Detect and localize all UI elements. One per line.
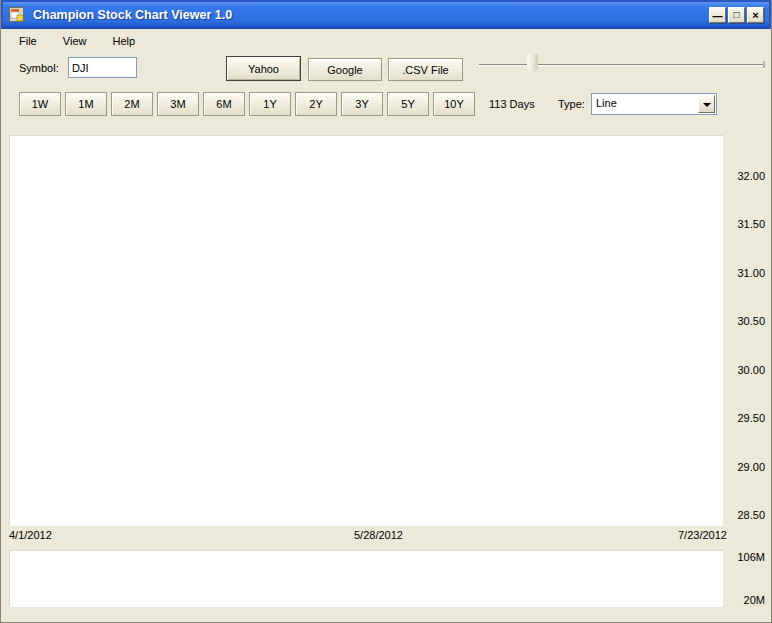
date-tick-middle: 5/28/2012 [354,529,403,543]
period-3m-button[interactable]: 3M [157,92,199,116]
title-bar[interactable]: Champion Stock Chart Viewer 1.0 — □ × [1,0,771,29]
price-chart-area[interactable] [9,135,723,526]
price-tick: 28.50 [723,509,765,523]
menu-view[interactable]: View [56,33,94,49]
menu-help[interactable]: Help [106,33,143,49]
period-2y-button[interactable]: 2Y [295,92,337,116]
yahoo-button[interactable]: Yahoo [226,56,301,81]
volume-tick: 106M [723,551,765,565]
price-tick: 31.50 [723,218,765,232]
window-title: Champion Stock Chart Viewer 1.0 [33,2,232,29]
minimize-button[interactable]: — [709,7,726,23]
slider-track-end-tick [763,61,765,69]
date-tick-start: 4/1/2012 [9,529,52,543]
menu-bar: File View Help [12,33,151,51]
period-10y-button[interactable]: 10Y [433,92,475,116]
volume-chart-area [9,550,723,607]
dropdown-arrow-button[interactable] [698,95,715,113]
volume-tick: 20M [723,594,765,608]
symbol-input[interactable] [68,57,137,78]
price-tick: 29.50 [723,412,765,426]
period-1w-button[interactable]: 1W [19,92,61,116]
chevron-down-icon [703,103,711,107]
maximize-button[interactable]: □ [728,7,745,23]
price-tick: 32.00 [723,170,765,184]
range-slider[interactable] [471,53,767,81]
close-icon: × [752,9,758,21]
app-icon [9,7,25,23]
price-tick: 29.00 [723,461,765,475]
period-5y-button[interactable]: 5Y [387,92,429,116]
chart-type-selected-value: Line [596,97,617,109]
chart-type-dropdown[interactable]: Line [591,93,717,115]
period-6m-button[interactable]: 6M [203,92,245,116]
period-1y-button[interactable]: 1Y [249,92,291,116]
period-button-row: 1W 1M 2M 3M 6M 1Y 2Y 3Y 5Y 10Y 113 Days [19,92,535,116]
app-window: Champion Stock Chart Viewer 1.0 — □ × Fi… [0,0,772,623]
close-button[interactable]: × [747,7,764,23]
maximize-icon: □ [733,9,739,20]
price-tick: 30.50 [723,315,765,329]
period-2m-button[interactable]: 2M [111,92,153,116]
slider-thumb[interactable] [527,54,538,76]
minimize-icon: — [713,11,723,22]
price-tick: 30.00 [723,364,765,378]
type-label: Type: [558,98,585,110]
days-count-label: 113 Days [489,98,535,110]
period-1m-button[interactable]: 1M [65,92,107,116]
google-button[interactable]: Google [308,58,382,81]
period-3y-button[interactable]: 3Y [341,92,383,116]
price-tick: 31.00 [723,267,765,281]
csv-file-button[interactable]: .CSV File [388,58,463,81]
slider-track [479,64,763,66]
symbol-label: Symbol: [19,62,59,74]
date-tick-end: 7/23/2012 [678,529,724,543]
menu-file[interactable]: File [12,33,44,49]
